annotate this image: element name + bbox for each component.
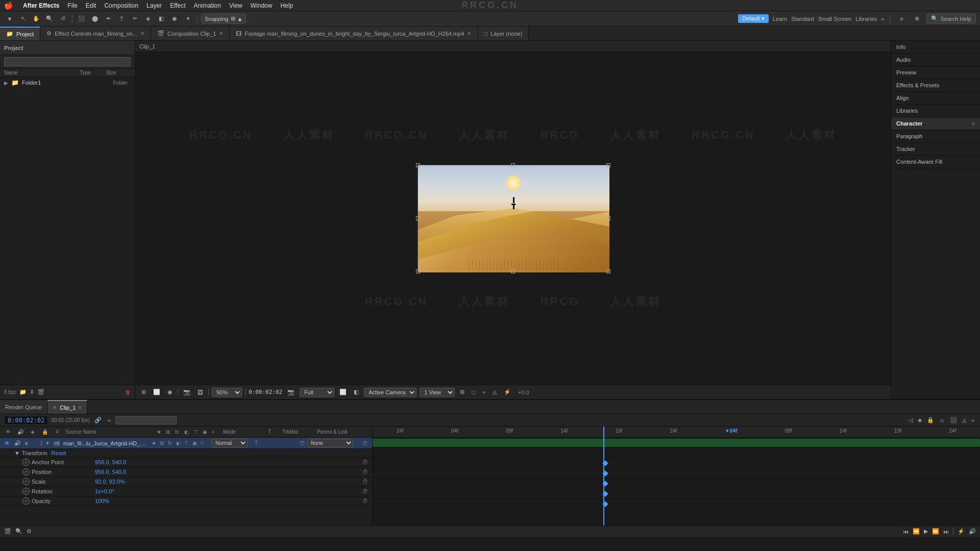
tool-eraser[interactable]: ◧	[156, 14, 167, 24]
layer-solo-toggle[interactable]: ◈	[24, 440, 33, 446]
menu-composition[interactable]: Composition	[104, 2, 138, 9]
project-import-btn[interactable]: ⬇	[30, 389, 34, 395]
keyframe-position-1[interactable]	[603, 470, 608, 476]
tool-zoom[interactable]: 🔍	[44, 14, 55, 24]
handle-top-center[interactable]	[511, 163, 515, 167]
viewer-grid-btn[interactable]: ⊞	[458, 388, 467, 396]
tool-select[interactable]: ▼	[4, 14, 15, 24]
layer-collapse-icon[interactable]: ⊞	[160, 440, 167, 446]
handle-top-left[interactable]	[416, 163, 420, 167]
workspace-learn[interactable]: Learn	[773, 16, 787, 22]
viewer-3d-btn[interactable]: ◉	[165, 388, 175, 396]
handle-bottom-center[interactable]	[511, 269, 515, 273]
bc-new-comp-btn[interactable]: 🎬	[4, 528, 11, 535]
tool-text[interactable]: T	[116, 14, 127, 24]
tab-project[interactable]: 📁 Project	[0, 27, 40, 40]
tool-ellipse[interactable]: ⬤	[89, 14, 101, 24]
scale-stopwatch-icon[interactable]: ⏱	[22, 478, 30, 485]
transform-header[interactable]: ▼ Transform Reset	[0, 449, 372, 458]
tool-arrow[interactable]: ↖	[17, 14, 29, 24]
handle-middle-right[interactable]	[606, 216, 610, 220]
panel-preview[interactable]: Preview	[891, 66, 980, 79]
quality-select[interactable]: FullHalfQuarter	[300, 388, 334, 397]
panel-paragraph[interactable]: Paragraph	[891, 130, 980, 143]
prop-opacity[interactable]: ⏱ Opacity 100% ⏱	[0, 496, 372, 506]
panel-info[interactable]: Info	[891, 41, 980, 54]
opacity-stopwatch-icon[interactable]: ⏱	[22, 497, 30, 505]
workspace-libraries[interactable]: Libraries	[855, 16, 877, 22]
viewer-fast-preview-btn[interactable]: ⚡	[502, 388, 513, 396]
bc-next-frame-btn[interactable]: ⏩	[932, 528, 939, 535]
viewer-draft-3d-btn[interactable]: ◬	[491, 388, 499, 396]
bc-search-btn[interactable]: 🔍	[15, 528, 22, 535]
tool-stamp[interactable]: ◈	[142, 14, 154, 24]
layer-row[interactable]: 👁 🔊 ◈ 1 ▼ 📹 man_fil...lu_Jurca_Artgrid-H…	[0, 438, 372, 449]
layer-parent-select[interactable]: None	[307, 439, 353, 447]
panel-effects-presets[interactable]: Effects & Presets	[891, 79, 980, 92]
layer-mode-select[interactable]: NormalAddMultiply	[212, 439, 248, 447]
menu-layer[interactable]: Layer	[146, 2, 162, 9]
tab-layer[interactable]: □ Layer (none)	[478, 27, 529, 40]
tl-live-update-btn[interactable]: 🔗	[93, 416, 103, 424]
transform-reset-btn[interactable]: Reset	[52, 450, 66, 456]
layer-3d-icon[interactable]: ◉	[192, 440, 200, 446]
tl-motion-blur-btn[interactable]: ≈	[970, 417, 976, 424]
layer-fx-icon[interactable]: fx	[168, 440, 175, 446]
tab-clip1[interactable]: ✕ Clip_1 ≡	[47, 400, 87, 414]
tl-draft-3d-btn[interactable]: ◬	[961, 416, 968, 424]
bc-play-btn[interactable]: ▶	[924, 528, 928, 535]
tl-shy-btn[interactable]: ☺	[938, 417, 946, 424]
viewer-motion-blur-btn[interactable]: ≈	[480, 388, 487, 396]
viewer-region-btn[interactable]: ⬜	[337, 388, 349, 396]
layer-expand-icon[interactable]: ▼	[45, 440, 51, 446]
keyframe-opacity-1[interactable]	[603, 501, 608, 507]
close-comp-icon[interactable]: ✕	[219, 31, 223, 36]
menu-edit[interactable]: Edit	[86, 2, 96, 9]
viewer-trans-bg-btn[interactable]: ◧	[352, 388, 361, 396]
prop-position[interactable]: ⏱ Position 956.0, 540.0 ⏱	[0, 467, 372, 477]
viewer-show-snapshot-btn[interactable]: 🖼	[195, 388, 205, 396]
viewer-camera-btn[interactable]: 📷	[285, 388, 297, 396]
rotation-stopwatch-icon[interactable]: ⏱	[22, 488, 30, 495]
layer-audio-toggle[interactable]: 🔊	[14, 440, 22, 446]
layer-blend-icon[interactable]: ◐	[176, 440, 183, 446]
layer-motion-blur-icon[interactable]: ≈	[201, 440, 208, 446]
prop-scale[interactable]: ⏱ Scale 92.0, 92.0% ⏱	[0, 477, 372, 487]
rotation-value[interactable]: 1x+0.0°	[95, 488, 114, 494]
tab-render-queue[interactable]: Render Queue	[0, 400, 47, 414]
viewer-snapshot-btn[interactable]: 📷	[181, 388, 192, 396]
handle-bottom-left[interactable]	[416, 269, 420, 273]
scale-value[interactable]: 92.0, 92.0%	[95, 479, 125, 485]
tool-rect[interactable]: ⬛	[76, 14, 87, 24]
zoom-in-btn[interactable]: ⊕	[911, 14, 922, 24]
apple-logo-icon[interactable]: 🍎	[4, 2, 13, 10]
close-footage-icon[interactable]: ✕	[467, 31, 471, 36]
app-name[interactable]: After Effects	[23, 2, 59, 9]
panel-libraries[interactable]: Libraries	[891, 105, 980, 117]
prop-rotation[interactable]: ⏱ Rotation 1x+0.0° ⏱	[0, 487, 372, 496]
panel-content-aware-fill[interactable]: Content-Aware Fill	[891, 156, 980, 168]
workspace-standard[interactable]: Standard	[791, 16, 814, 22]
tool-rotate[interactable]: ↺	[57, 14, 68, 24]
tool-pen[interactable]: ✒	[103, 14, 114, 24]
tl-frame-mix-btn[interactable]: ⬛	[948, 416, 959, 424]
menu-window[interactable]: Window	[251, 2, 273, 9]
close-clip1-icon[interactable]: ✕	[53, 405, 57, 410]
position-value[interactable]: 956.0, 540.0	[95, 469, 126, 475]
expand-folder-icon[interactable]: ▶	[4, 80, 8, 86]
handle-top-right[interactable]	[606, 163, 610, 167]
close-effect-controls-icon[interactable]: ✕	[140, 31, 144, 36]
position-stopwatch-icon[interactable]: ⏱	[22, 468, 30, 475]
keyframe-rotation-1[interactable]	[603, 491, 608, 496]
panel-audio[interactable]: Audio	[891, 54, 980, 66]
tab-footage[interactable]: 🎞 Footage man_filming_on_dunes_in_bright…	[230, 27, 478, 40]
tab-effect-controls[interactable]: ⚙ Effect Controls man_filming_on... ✕	[40, 27, 151, 40]
panel-align[interactable]: Align	[891, 92, 980, 105]
layer-track-icon[interactable]: ⊤	[184, 440, 191, 446]
view-select[interactable]: 1 View2 Views	[420, 388, 455, 397]
tl-comp-marker-btn[interactable]: ◁	[907, 416, 914, 424]
tab-composition[interactable]: 🎬 Composition Clip_1 ✕	[151, 27, 230, 40]
bc-audio-btn[interactable]: 🔊	[969, 528, 976, 535]
project-new-comp-btn[interactable]: 🎬	[37, 389, 44, 395]
viewer-always-preview-btn[interactable]: ⊞	[139, 388, 148, 396]
